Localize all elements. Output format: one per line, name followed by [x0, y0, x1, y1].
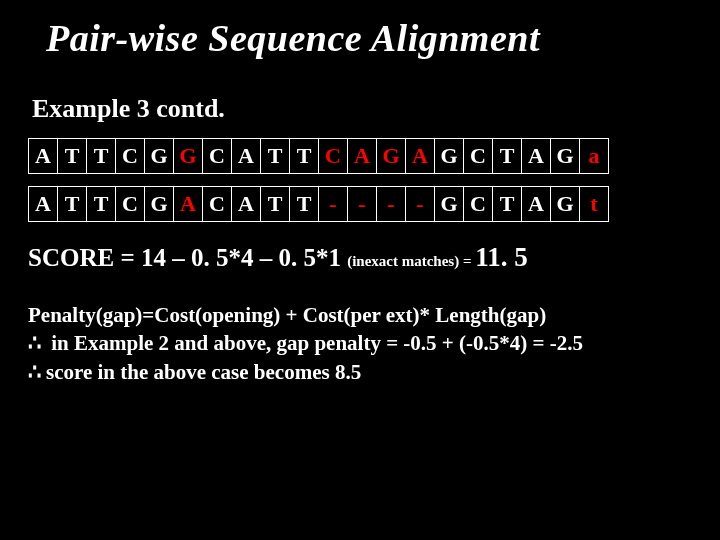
seq-cell: G: [145, 138, 174, 173]
seq-cell: G: [435, 186, 464, 221]
seq-cell: A: [29, 186, 58, 221]
seq-cell-gap: G: [377, 138, 406, 173]
seq-cell: G: [145, 186, 174, 221]
seq-cell-gap: -: [406, 186, 435, 221]
seq-cell: G: [551, 186, 580, 221]
penalty-conclusion: ∴score in the above case becomes 8.5: [28, 358, 692, 386]
seq-cell: T: [261, 186, 290, 221]
seq-cell: T: [87, 138, 116, 173]
seq-cell-gap: A: [348, 138, 377, 173]
score-note: (inexact matches) =: [347, 253, 475, 269]
seq-cell: A: [522, 138, 551, 173]
seq-cell-mismatch: A: [174, 186, 203, 221]
therefore-icon: ∴: [28, 329, 46, 357]
table-row: A T T C G G C A T T C A G A G C T A G a: [29, 138, 609, 173]
sequence-row-2: A T T C G A C A T T - - - - G C T A G t: [28, 186, 609, 222]
score-line: SCORE = 14 – 0. 5*4 – 0. 5*1 (inexact ma…: [28, 240, 692, 275]
seq-cell: T: [58, 186, 87, 221]
seq-cell: C: [116, 138, 145, 173]
seq-cell-gap: -: [377, 186, 406, 221]
penalty-example: ∴ in Example 2 and above, gap penalty = …: [28, 329, 692, 357]
seq-cell: C: [116, 186, 145, 221]
seq-cell: T: [87, 186, 116, 221]
seq-cell: C: [464, 138, 493, 173]
seq-cell-inexact: a: [580, 138, 609, 173]
seq-cell: A: [522, 186, 551, 221]
score-result: 11. 5: [475, 242, 528, 272]
seq-cell-gap: -: [348, 186, 377, 221]
table-row: A T T C G A C A T T - - - - G C T A G t: [29, 186, 609, 221]
seq-cell: C: [203, 186, 232, 221]
seq-cell-mismatch: G: [174, 138, 203, 173]
seq-cell: T: [290, 186, 319, 221]
slide: Pair-wise Sequence Alignment Example 3 c…: [0, 0, 720, 540]
seq-cell: T: [290, 138, 319, 173]
seq-cell-inexact: t: [580, 186, 609, 221]
penalty-example-text: in Example 2 and above, gap penalty = -0…: [46, 331, 583, 355]
seq-cell: A: [232, 186, 261, 221]
sequence-row-1: A T T C G G C A T T C A G A G C T A G a: [28, 138, 609, 174]
seq-cell: A: [29, 138, 58, 173]
score-expression: SCORE = 14 – 0. 5*4 – 0. 5*1: [28, 244, 347, 271]
seq-cell: G: [435, 138, 464, 173]
seq-cell: C: [203, 138, 232, 173]
seq-cell: C: [464, 186, 493, 221]
seq-cell: G: [551, 138, 580, 173]
seq-cell: T: [58, 138, 87, 173]
seq-cell-gap: A: [406, 138, 435, 173]
penalty-block: Penalty(gap)=Cost(opening) + Cost(per ex…: [28, 301, 692, 386]
seq-cell: T: [493, 186, 522, 221]
seq-cell-gap: C: [319, 138, 348, 173]
seq-cell: A: [232, 138, 261, 173]
example-label: Example 3 contd.: [32, 94, 692, 124]
penalty-formula: Penalty(gap)=Cost(opening) + Cost(per ex…: [28, 301, 692, 329]
seq-cell-gap: -: [319, 186, 348, 221]
page-title: Pair-wise Sequence Alignment: [46, 18, 692, 60]
penalty-conclusion-text: score in the above case becomes 8.5: [46, 360, 361, 384]
seq-cell: T: [493, 138, 522, 173]
therefore-icon: ∴: [28, 358, 46, 386]
seq-cell: T: [261, 138, 290, 173]
